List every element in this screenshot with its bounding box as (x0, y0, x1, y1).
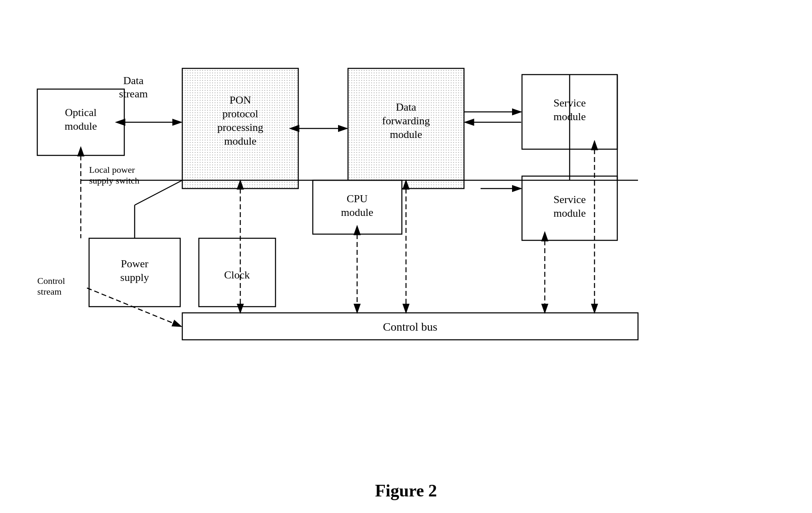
data-fwd-label3: module (390, 128, 422, 140)
data-fwd-label1: Data (396, 101, 416, 113)
local-power-label1: Local power (89, 165, 135, 175)
data-fwd-label2: forwarding (382, 115, 430, 127)
pon-label4: module (224, 135, 256, 147)
cpu-label2: module (341, 206, 373, 218)
clock-label: Clock (224, 269, 250, 281)
service-bottom-label2: module (553, 207, 586, 219)
figure-label: Figure 2 (375, 481, 437, 501)
service-bottom-label1: Service (553, 194, 586, 206)
control-bus-label: Control bus (383, 320, 437, 333)
power-label2: supply (120, 271, 149, 283)
power-diagonal-line (135, 180, 182, 205)
power-label1: Power (121, 258, 149, 270)
optical-module-label: Optical (65, 106, 97, 119)
pon-label3: processing (217, 121, 263, 133)
page: Optical module PON protocol processing m… (0, 0, 812, 513)
pon-label1: PON (230, 94, 251, 106)
control-stream-label1: Control (37, 276, 65, 286)
diagram-container: Optical module PON protocol processing m… (25, 33, 787, 427)
control-stream-label2: stream (37, 286, 62, 297)
cpu-label1: CPU (347, 193, 368, 205)
optical-module-label2: module (65, 120, 97, 132)
data-stream-label1: Data (123, 75, 144, 87)
pon-label2: protocol (222, 108, 259, 120)
data-stream-label2: stream (119, 88, 147, 100)
